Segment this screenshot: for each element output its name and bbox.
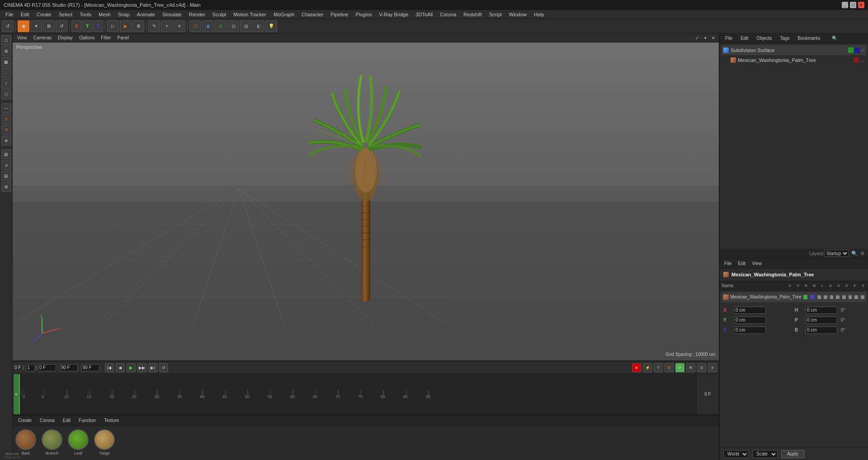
vp-close-icon[interactable]: ✕ — [710, 34, 717, 42]
vp-settings-icon[interactable]: ▾ — [702, 34, 709, 42]
tl-key-button[interactable]: ● — [632, 363, 641, 372]
light-button[interactable]: 💡 — [265, 20, 277, 32]
y-axis-button[interactable]: Y — [82, 20, 92, 32]
edit-render-button[interactable]: ✎ — [148, 20, 160, 32]
render-queue-button[interactable]: ≡ — [174, 20, 185, 32]
attr-row-vis4[interactable] — [824, 295, 827, 299]
search-icon-btn[interactable]: 🔍 — [851, 250, 858, 257]
pos-z-input[interactable] — [734, 327, 766, 334]
rotate-button[interactable]: ↺ — [56, 20, 67, 32]
tl-motion-button[interactable]: ? — [654, 363, 663, 372]
attr-row-vis2[interactable] — [810, 295, 815, 299]
tl-record-scale[interactable]: S — [697, 363, 706, 372]
mode-point[interactable]: · — [1, 68, 11, 78]
gear-icon-btn[interactable]: ⚙ — [859, 250, 866, 257]
undo-button[interactable]: ↺ — [2, 20, 14, 32]
close-button[interactable]: ✕ — [858, 2, 864, 8]
fps-input[interactable] — [26, 364, 35, 371]
vp-filter-menu[interactable]: Filter — [98, 35, 113, 41]
foreground-button[interactable]: ▨ — [227, 20, 239, 32]
tool-7[interactable]: ▤ — [1, 171, 11, 181]
tool-6[interactable]: ⊿ — [1, 160, 11, 170]
om-objects-menu[interactable]: Objects — [753, 35, 775, 41]
min-frame-input[interactable] — [60, 364, 78, 371]
menu-sculpt[interactable]: Sculpt — [209, 11, 230, 18]
pos-x-input[interactable] — [734, 307, 766, 314]
menu-file[interactable]: File — [2, 11, 17, 18]
object-search-input[interactable] — [839, 36, 866, 41]
add-to-render-button[interactable]: + — [161, 20, 173, 32]
render-button[interactable]: ▶ — [120, 20, 132, 32]
menu-pipeline[interactable]: Pipeline — [327, 11, 352, 18]
end-frame-input[interactable] — [81, 364, 99, 371]
tool-1[interactable]: — — [1, 103, 11, 113]
tool-4[interactable]: ⊕ — [1, 136, 11, 146]
attr-row-vis9[interactable] — [854, 295, 858, 299]
minimize-button[interactable]: _ — [842, 2, 848, 8]
sky-button[interactable]: ◉ — [202, 20, 214, 32]
apply-button[interactable]: Apply — [781, 450, 804, 458]
render-view-button[interactable]: ▷ — [107, 20, 119, 32]
vp-cameras-menu[interactable]: Cameras — [31, 35, 55, 41]
environment-button[interactable]: ◎ — [215, 20, 226, 32]
mat-edit-menu[interactable]: Edit — [59, 417, 74, 423]
start-frame-input[interactable] — [38, 364, 56, 371]
play-reverse-button[interactable]: ◀ — [116, 363, 125, 372]
menu-select[interactable]: Select — [55, 11, 76, 18]
om-file-menu[interactable]: File — [722, 35, 736, 41]
mode-edge[interactable]: / — [1, 79, 11, 89]
tl-auto-button[interactable]: ⚡ — [643, 363, 652, 372]
tool-3[interactable]: ⟲ — [1, 125, 11, 135]
obj-subdivision-surface[interactable]: Subdivision Surface ✓ — [722, 45, 866, 55]
attr-row-vis8[interactable] — [849, 295, 852, 299]
live-select-button[interactable]: ◉ — [18, 20, 29, 32]
vp-panel-menu[interactable]: Panel — [115, 35, 132, 41]
menu-character[interactable]: Character — [298, 11, 327, 18]
rot-p-input[interactable] — [806, 317, 837, 324]
move-button[interactable]: ✦ — [30, 20, 42, 32]
material-leaf[interactable]: Leaf — [67, 429, 90, 456]
goto-start-button[interactable]: |◀ — [105, 363, 114, 372]
mode-uv[interactable]: ▦ — [1, 57, 11, 67]
menu-tools[interactable]: Tools — [76, 11, 95, 18]
tool-2[interactable]: S — [1, 114, 11, 124]
render-settings-button[interactable]: ⚙ — [132, 20, 144, 32]
scale-select[interactable]: Scale — [752, 450, 778, 458]
viewport[interactable]: Perspective — [13, 43, 719, 360]
attr-row-vis5[interactable] — [830, 295, 834, 299]
attr-row-vis10[interactable] — [861, 295, 864, 299]
loop-button[interactable]: ↺ — [159, 363, 168, 372]
menu-redshift[interactable]: Redshift — [460, 11, 485, 18]
z-axis-button[interactable]: Z — [93, 20, 103, 32]
tl-record-rot[interactable]: R — [686, 363, 695, 372]
x-axis-button[interactable]: X — [71, 20, 81, 32]
obj-palm-tree[interactable]: Mexican_Washingtonia_Palm_Tree … — [722, 55, 866, 65]
vp-display-menu[interactable]: Display — [55, 35, 75, 41]
vp-options-menu[interactable]: Options — [76, 35, 97, 41]
menu-motiontracket[interactable]: Motion Tracker — [230, 11, 270, 18]
menu-mesh[interactable]: Mesh — [95, 11, 114, 18]
mode-texture[interactable]: ⊞ — [1, 46, 11, 56]
menu-corona[interactable]: Corona — [436, 11, 460, 18]
attr-row-vis1[interactable] — [803, 295, 808, 299]
obj-vis-blue[interactable] — [854, 47, 860, 53]
obj-vis-green[interactable] — [848, 47, 854, 53]
om-tags-menu[interactable]: Tags — [776, 35, 793, 41]
tool-5[interactable]: ▤ — [1, 149, 11, 159]
coord-system-select[interactable]: World — [723, 450, 749, 458]
goto-end-button[interactable]: ▶| — [148, 363, 157, 372]
menu-simulate[interactable]: Simulate — [159, 11, 185, 18]
material-branch[interactable]: Branch — [41, 429, 63, 456]
obj-palm-tag[interactable] — [854, 57, 859, 63]
tl-expand[interactable]: ≡ — [708, 363, 717, 372]
play-button[interactable]: ▶ — [127, 363, 136, 372]
menu-create[interactable]: Create — [33, 11, 55, 18]
mat-function-menu[interactable]: Function — [75, 417, 99, 423]
floor-button[interactable]: ⬡ — [189, 20, 201, 32]
layout-select[interactable]: Startup — [824, 250, 849, 257]
attr-file-menu[interactable]: File — [722, 261, 734, 266]
menu-window[interactable]: Window — [505, 11, 530, 18]
attr-edit-menu[interactable]: Edit — [735, 261, 748, 266]
vp-view-menu[interactable]: View — [14, 35, 30, 41]
mode-model[interactable]: ◻ — [1, 35, 11, 45]
